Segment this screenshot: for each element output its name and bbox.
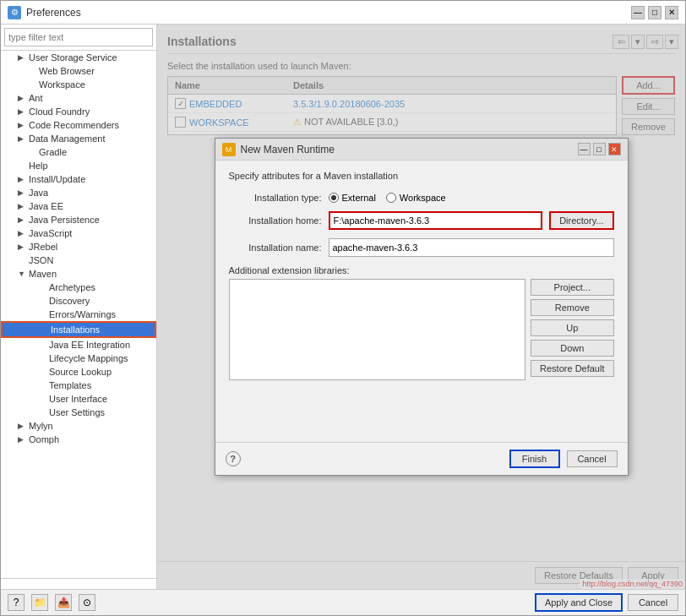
radio-workspace-label: Workspace [400, 193, 446, 203]
import-button[interactable]: 📁 [31, 594, 48, 611]
export-button[interactable]: 📤 [55, 594, 72, 611]
sidebar-item-label: Java EE Integration [49, 340, 153, 350]
modal-title-left: M New Maven Runtime [222, 143, 335, 156]
sidebar-item-workspace[interactable]: Workspace [1, 78, 156, 91]
sidebar-item-label: JRebel [29, 242, 153, 252]
modal-close[interactable]: ✕ [608, 143, 621, 155]
project-button[interactable]: Project... [531, 279, 613, 296]
sidebar-item-oomph[interactable]: ▶ Oomph [1, 433, 156, 446]
down-button[interactable]: Down [531, 340, 613, 357]
modal-cancel-button[interactable]: Cancel [567, 450, 618, 467]
tree-area: ▶ User Storage Service Web Browser Works… [1, 51, 156, 578]
directory-button[interactable]: Directory... [549, 211, 613, 230]
radio-external-label: External [342, 193, 376, 203]
preferences-window: ⚙ Preferences — □ ✕ ▶ User Storage Servi… [0, 0, 686, 616]
installation-type-row: Installation type: External Workspace [229, 193, 614, 203]
sidebar-item-source-lookup[interactable]: Source Lookup [1, 365, 156, 379]
expand-arrow: ▶ [18, 121, 26, 129]
sidebar-item-javascript[interactable]: ▶ JavaScript [1, 226, 156, 240]
installation-name-label: Installation name: [229, 243, 322, 253]
sidebar-item-install-update[interactable]: ▶ Install/Update [1, 172, 156, 186]
expand-arrow: ▶ [18, 175, 26, 183]
modal-body: Specify attributes for a Maven installat… [215, 161, 628, 442]
sidebar-item-jrebel[interactable]: ▶ JRebel [1, 240, 156, 253]
installation-home-input[interactable] [329, 211, 543, 230]
expand-arrow: ▶ [18, 422, 26, 430]
installation-home-label: Installation home: [229, 215, 322, 226]
sidebar-item-help[interactable]: Help [1, 159, 156, 172]
sidebar-item-templates[interactable]: Templates [1, 379, 156, 392]
sidebar-item-web-browser[interactable]: Web Browser [1, 64, 156, 78]
sidebar-item-user-storage[interactable]: ▶ User Storage Service [1, 51, 156, 64]
sidebar-item-java-persistence[interactable]: ▶ Java Persistence [1, 213, 156, 226]
sidebar-item-label: Cloud Foundry [29, 106, 153, 117]
modal-overlay: M New Maven Runtime — □ ✕ Specify attrib… [157, 25, 685, 589]
sidebar-item-label: Source Lookup [49, 367, 153, 377]
sidebar-item-label: Maven [29, 269, 153, 279]
sidebar-item-label: Errors/Warnings [49, 309, 153, 319]
sidebar-item-user-interface[interactable]: User Interface [1, 392, 156, 406]
up-button[interactable]: Up [531, 319, 613, 336]
modal-title: New Maven Runtime [241, 144, 335, 155]
sidebar-item-label: Web Browser [39, 66, 153, 76]
restore-default-button[interactable]: Restore Default [531, 360, 613, 377]
expand-arrow: ▶ [18, 188, 26, 197]
window-controls: — □ ✕ [631, 6, 678, 19]
radio-group: External Workspace [329, 193, 446, 203]
sidebar-item-label: User Storage Service [29, 52, 153, 63]
title-bar-left: ⚙ Preferences [8, 6, 81, 19]
sidebar-item-label: JSON [29, 255, 153, 265]
help-button[interactable]: ? [8, 594, 24, 611]
sidebar-item-errors-warnings[interactable]: Errors/Warnings [1, 308, 156, 321]
sidebar-item-cloud-foundry[interactable]: ▶ Cloud Foundry [1, 105, 156, 118]
sidebar-item-label: Code Recommenders [29, 120, 153, 130]
sidebar-item-label: Data Management [29, 134, 153, 144]
sidebar-item-ant[interactable]: ▶ Ant [1, 91, 156, 105]
sidebar-item-lifecycle-mappings[interactable]: Lifecycle Mappings [1, 352, 156, 365]
help-icon[interactable]: ? [226, 451, 241, 466]
sidebar-item-gradle[interactable]: Gradle [1, 145, 156, 159]
main-area: ▶ User Storage Service Web Browser Works… [1, 25, 685, 589]
sidebar-item-label: Install/Update [29, 174, 153, 184]
sidebar-item-label: Oomph [29, 434, 153, 444]
search-input[interactable] [4, 28, 153, 46]
search-box [1, 25, 156, 51]
remove-ext-button[interactable]: Remove [531, 299, 613, 316]
sidebar-item-json[interactable]: JSON [1, 253, 156, 267]
sidebar-item-label: Java [29, 188, 153, 198]
radio-external[interactable]: External [329, 193, 376, 203]
expand-arrow: ▶ [18, 94, 26, 102]
expand-arrow: ▶ [18, 107, 26, 116]
sidebar-item-label: Templates [49, 380, 153, 390]
maximize-button[interactable]: □ [648, 6, 662, 19]
cancel-button[interactable]: Cancel [628, 594, 678, 611]
minimize-button[interactable]: — [631, 6, 645, 19]
modal-icon: M [222, 143, 236, 156]
modal-minimize[interactable]: — [578, 143, 591, 155]
sidebar-item-code-recommenders[interactable]: ▶ Code Recommenders [1, 118, 156, 132]
sidebar-item-discovery[interactable]: Discovery [1, 294, 156, 308]
radio-workspace[interactable]: Workspace [386, 193, 446, 203]
finish-button[interactable]: Finish [509, 450, 560, 468]
modal-maximize[interactable]: □ [593, 143, 606, 155]
sidebar-item-data-management[interactable]: ▶ Data Management [1, 132, 156, 145]
sidebar-item-mylyn[interactable]: ▶ Mylyn [1, 419, 156, 433]
apply-and-close-button[interactable]: Apply and Close [535, 593, 623, 612]
sidebar-item-user-settings[interactable]: User Settings [1, 406, 156, 419]
new-maven-runtime-dialog: M New Maven Runtime — □ ✕ Specify attrib… [215, 138, 629, 476]
sidebar-item-label: Lifecycle Mappings [49, 353, 153, 363]
sidebar-item-label: User Interface [49, 394, 153, 404]
close-button[interactable]: ✕ [665, 6, 678, 19]
bottom-icons-bar: ? 📁 📤 ⊙ Apply and Close Cancel [1, 589, 685, 615]
sidebar-item-java-ee[interactable]: ▶ Java EE [1, 199, 156, 213]
settings-button[interactable]: ⊙ [79, 594, 95, 611]
additional-ext-section: Additional extension libraries: Project.… [229, 265, 614, 380]
sidebar-item-archetypes[interactable]: Archetypes [1, 281, 156, 294]
sidebar-item-maven[interactable]: ▼ Maven [1, 267, 156, 281]
sidebar-item-java[interactable]: ▶ Java [1, 186, 156, 199]
sidebar-item-java-ee-integration[interactable]: Java EE Integration [1, 338, 156, 352]
sidebar-item-installations[interactable]: Installations [1, 321, 156, 338]
installation-name-input[interactable] [329, 238, 614, 257]
sidebar-item-label: Archetypes [49, 282, 153, 292]
ext-lib-buttons: Project... Remove Up Down Restore Defaul… [531, 279, 613, 380]
